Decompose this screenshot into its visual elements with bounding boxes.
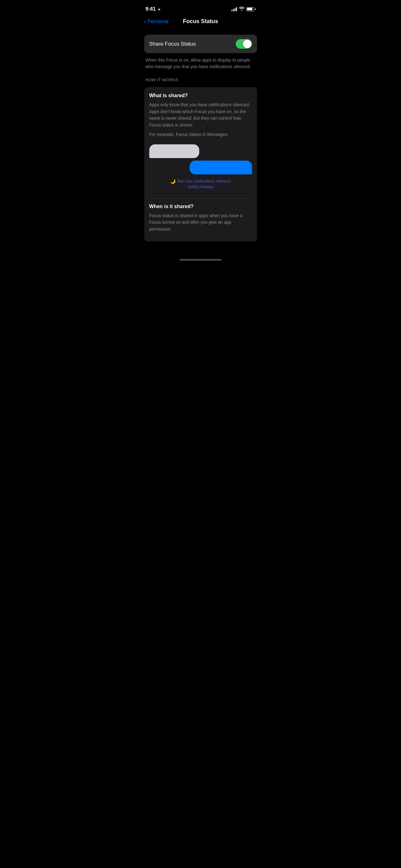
share-focus-status-row: Share Focus Status [144,35,257,53]
toggle-label: Share Focus Status [149,41,196,47]
when-is-shared-title: When is it shared? [149,204,252,209]
notification-status: 🌙 Ben has notifications silenced Notify … [149,179,252,189]
what-is-shared-title: What is shared? [149,93,252,98]
main-content: Share Focus Status When this Focus is on… [139,30,262,242]
toggle-knob [243,40,252,48]
wifi-icon [239,6,244,11]
card-divider [149,198,252,199]
message-demo: 🌙 Ben has notifications silenced Notify … [149,141,252,192]
status-time-area: 9:41 ➤ [145,6,161,12]
status-bar: 9:41 ➤ [139,0,262,16]
when-is-shared-section: When is it shared? Focus status is share… [149,204,252,233]
signal-bar-3 [235,8,235,11]
what-is-shared-body: Apps only know that you have notificatio… [149,101,252,129]
back-chevron-icon: ‹ [144,18,146,24]
toggle-description: When this Focus is on, allow apps to dis… [144,57,257,70]
status-time: 9:41 [145,6,156,12]
signal-bar-2 [233,9,234,11]
what-is-shared-section: What is shared? Apps only know that you … [149,93,252,192]
battery-tip [255,8,256,10]
signal-bar-1 [231,10,232,11]
signal-bar-4 [236,7,237,11]
how-it-works-header: HOW IT WORKS [144,78,257,82]
notify-anyway-button[interactable]: Notify Anyway [188,184,213,189]
page-title: Focus Status [183,18,218,25]
notifications-silenced-text: Ben has notifications silenced [177,179,231,183]
moon-icon: 🌙 [170,179,175,184]
battery-body [246,7,254,11]
back-button[interactable]: ‹ Personal [144,19,169,25]
share-focus-status-toggle[interactable] [236,39,252,49]
signal-bars-icon [231,7,237,11]
when-is-shared-body: Focus status is shared in apps when you … [149,213,252,233]
example-label: For example, Focus Status in Messages: [149,132,252,137]
home-bar [179,259,222,260]
back-label: Personal [147,19,168,25]
home-indicator [139,254,262,263]
battery-icon [246,7,256,11]
battery-fill [247,8,252,10]
nav-header: ‹ Personal Focus Status [139,16,262,30]
message-bubble-outgoing [190,161,252,174]
message-bubble-incoming [149,144,199,158]
location-icon: ➤ [158,7,161,11]
status-icons [231,6,256,11]
notifications-silenced-line: 🌙 Ben has notifications silenced [170,179,231,184]
info-card: What is shared? Apps only know that you … [144,87,257,242]
